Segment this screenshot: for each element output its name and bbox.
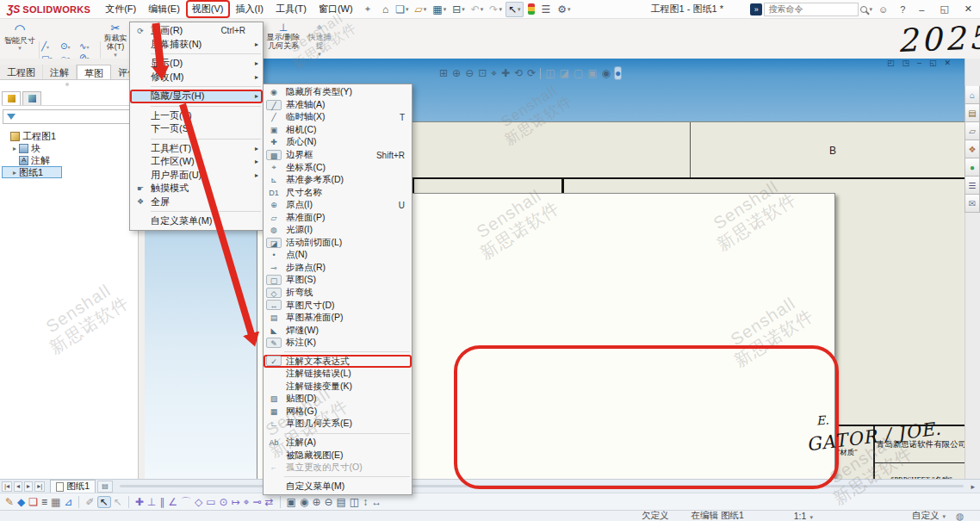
submenu-item[interactable]: ▦ 网格(G) xyxy=(264,406,412,419)
menubar-item[interactable]: 窗口(W) xyxy=(313,0,359,18)
rebuild-traffic-light-icon[interactable] xyxy=(528,3,535,15)
restore-button[interactable]: ◱ xyxy=(932,3,956,15)
submenu-item[interactable]: ◇ 折弯线 xyxy=(264,287,412,300)
propertymanager-tab[interactable] xyxy=(22,91,41,105)
bottom-toolbar-icon[interactable]: ⊖ xyxy=(324,497,332,507)
submenu-item[interactable]: ✎ 标注(K) xyxy=(264,337,412,350)
sketch-tool-icon[interactable]: ∿▾ xyxy=(79,41,98,53)
sheet-tab[interactable]: 图纸1 xyxy=(50,480,96,493)
bottom-toolbar-icon[interactable]: ⊿ xyxy=(64,497,72,507)
view-menu-item[interactable]: 下一页(S) xyxy=(130,122,263,136)
submenu-item[interactable]: ▩ 边界框 Shift+R xyxy=(264,149,412,162)
view-tool-icon[interactable]: ⟲ xyxy=(514,67,523,79)
menubar-item[interactable]: 视图(V) xyxy=(186,0,230,18)
submenu-item[interactable]: ✓ 注解文本表达式 xyxy=(264,355,412,368)
view-menu-item[interactable]: 自定义菜单(M) xyxy=(130,214,263,228)
forum-icon[interactable]: ✉ xyxy=(964,195,980,213)
submenu-item[interactable]: ✚ 质心(N) xyxy=(264,136,412,149)
submenu-item[interactable]: D1 尺寸名称 xyxy=(264,186,412,199)
doc-window-control-icon[interactable]: – xyxy=(917,59,921,67)
commandmanager-tab[interactable]: 工程图 xyxy=(0,65,43,79)
submenu-item[interactable]: ▢ 草图(S) xyxy=(264,274,412,287)
view-menu-item[interactable]: ❖ 全屏 xyxy=(130,195,263,209)
submenu-item[interactable]: • 点(N) xyxy=(264,249,412,262)
bottom-toolbar-icon[interactable]: ▣ xyxy=(287,497,296,507)
view-menu-item[interactable]: 修改(M) ▸ xyxy=(130,71,263,84)
featuremanager-tab[interactable] xyxy=(2,91,21,105)
submenu-item[interactable]: ◍ 光源(I) xyxy=(264,224,412,237)
account-icon[interactable]: ☺ xyxy=(872,4,894,15)
view-tool-icon[interactable]: ⟳ xyxy=(527,67,536,79)
view-tool-icon[interactable]: ⊖ xyxy=(465,67,474,79)
view-menu-item[interactable]: 工具栏(T) ▸ xyxy=(130,142,263,156)
bottom-toolbar-icon[interactable]: ◉ xyxy=(300,497,308,507)
submenu-item[interactable]: ∟ 草图几何关系(E) xyxy=(264,418,412,431)
view-tool-icon[interactable]: ⊡ xyxy=(478,67,487,79)
doc-window-control-icon[interactable]: ✕ xyxy=(945,59,952,67)
bottom-toolbar-icon[interactable]: ◆ xyxy=(17,497,25,507)
bottom-toolbar-icon[interactable]: ↔ xyxy=(371,497,381,507)
submenu-item[interactable]: ⌖ 坐标系(C) xyxy=(264,161,412,174)
submenu-item[interactable]: ⌐ 孤立更改的尺寸(O) xyxy=(264,462,412,474)
view-tool-icon[interactable]: ▣ xyxy=(587,67,597,79)
bottom-toolbar-icon[interactable]: ▭ xyxy=(206,497,215,507)
quick-snaps-button[interactable]: ⌖ 快速捕捉 ▾ xyxy=(305,22,334,58)
view-tool-icon[interactable]: ⊕ xyxy=(452,67,461,79)
view-palette-icon[interactable]: ❖ xyxy=(964,140,980,158)
submenu-item[interactable]: ◣ 焊缝(W) xyxy=(264,324,412,337)
bottom-toolbar-icon[interactable]: ↖ xyxy=(114,497,122,507)
scroll-right-icon[interactable]: ▸ xyxy=(971,482,980,491)
bottom-toolbar-icon[interactable]: ↦ xyxy=(232,497,240,507)
print-icon[interactable]: ⊟▾ xyxy=(450,2,468,17)
submenu-item[interactable]: ⊕ 原点(I) U xyxy=(264,199,412,212)
submenu-item[interactable]: 自定义菜单(M) xyxy=(264,480,412,493)
home-icon[interactable]: ⌂ xyxy=(380,2,392,17)
doc-window-control-icon[interactable]: ◱ xyxy=(929,59,937,67)
bottom-toolbar-icon[interactable]: ∥ xyxy=(159,497,164,507)
appearances-icon[interactable]: ● xyxy=(964,158,980,177)
menubar-item[interactable]: 文件(F) xyxy=(99,0,142,18)
view-tool-icon[interactable]: ▢ xyxy=(574,67,583,79)
menubar-item[interactable]: 工具(T) xyxy=(270,0,313,18)
pin-icon[interactable]: ✦ xyxy=(359,4,376,14)
solidworks-resources-icon[interactable]: ⌂ xyxy=(964,86,980,104)
view-menu-item[interactable]: ☛ 触摸模式 xyxy=(130,182,263,195)
smart-dimension-button[interactable]: ◠ 智能尺寸 ▾ xyxy=(3,22,36,52)
file-explorer-icon[interactable]: ▱ xyxy=(964,122,980,140)
trim-entities-button[interactable]: ✂ 剪裁实体(T) ▾ xyxy=(102,22,128,59)
bottom-toolbar-icon[interactable]: ⊙ xyxy=(220,497,228,507)
tree-item[interactable]: 注解 xyxy=(2,154,136,166)
view-tool-icon[interactable]: ⌖ xyxy=(491,67,497,79)
file-properties-icon[interactable]: ☰ xyxy=(539,2,555,17)
view-menu-item[interactable]: 工作区(W) ▸ xyxy=(130,155,263,169)
open-file-icon[interactable]: ▱▾ xyxy=(412,2,430,17)
bottom-toolbar-icon[interactable]: ❏ xyxy=(28,497,38,507)
bottom-toolbar-icon[interactable]: ▤ xyxy=(337,497,346,507)
undo-icon[interactable]: ↶▾ xyxy=(468,2,487,17)
sketch-tool-icon[interactable]: ⊙▾ xyxy=(60,41,79,53)
submenu-item[interactable]: ╱ 临时轴(X) T xyxy=(264,111,412,124)
doc-window-control-icon[interactable]: ◳ xyxy=(902,59,910,67)
submenu-item[interactable]: ⊾ 基准参考系(D) xyxy=(264,174,412,187)
view-tool-icon[interactable]: ● xyxy=(615,67,621,79)
bottom-toolbar-icon[interactable]: ✎ xyxy=(5,497,14,507)
view-tool-icon[interactable]: ⊞ xyxy=(439,67,448,79)
tree-expand-icon[interactable]: ▸ xyxy=(10,145,19,152)
bottom-toolbar-icon[interactable] xyxy=(280,496,281,508)
submenu-item[interactable]: ▤ 草图基准面(P) xyxy=(264,312,412,325)
tree-item[interactable]: ▸ 图纸1 xyxy=(2,166,62,178)
submenu-item[interactable]: ╱ 基准轴(A) xyxy=(264,99,412,112)
globe-icon[interactable]: ◍ xyxy=(956,511,964,521)
bottom-toolbar-icon[interactable]: ◫ xyxy=(350,497,359,507)
bottom-toolbar-icon[interactable]: ≡ xyxy=(41,497,47,507)
view-menu-item[interactable]: 隐藏/显示(H) ▸ xyxy=(130,90,263,103)
submenu-item[interactable]: 注解链接错误(L) xyxy=(264,368,412,381)
view-menu-item[interactable]: ⟳ 重画(R) Ctrl+R xyxy=(130,24,263,38)
submenu-item[interactable]: 被隐藏视图(E) xyxy=(264,449,412,462)
view-tool-icon[interactable]: ◉ xyxy=(602,67,611,79)
bottom-toolbar-icon[interactable] xyxy=(128,496,129,508)
search-input[interactable] xyxy=(764,3,859,16)
view-tool-icon[interactable]: ◪ xyxy=(560,67,569,79)
submenu-item[interactable]: 注解链接变量(K) xyxy=(264,381,412,394)
redo-icon[interactable]: ↷▾ xyxy=(487,2,505,17)
